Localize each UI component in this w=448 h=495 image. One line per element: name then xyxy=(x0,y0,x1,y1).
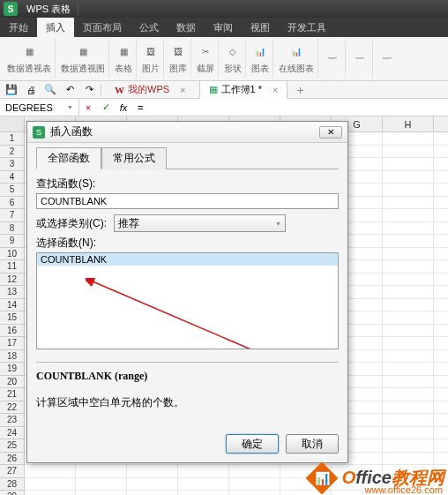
cell[interactable] xyxy=(178,491,229,495)
row-header[interactable]: 4 xyxy=(0,171,24,184)
cell[interactable] xyxy=(25,465,76,477)
preview-icon[interactable]: 🔍 xyxy=(42,83,58,97)
cell[interactable] xyxy=(383,376,434,388)
row-header[interactable]: 29 xyxy=(0,491,24,495)
name-box[interactable]: DEGREES ▼ xyxy=(0,99,79,116)
cancel-button[interactable]: 取消 xyxy=(286,434,339,454)
tab-workbook[interactable]: ▦ 工作簿1 * × xyxy=(199,80,288,99)
cell[interactable] xyxy=(383,311,434,324)
row-header[interactable]: 13 xyxy=(0,286,24,299)
cell[interactable] xyxy=(383,274,434,286)
close-icon[interactable]: × xyxy=(180,85,185,95)
cell[interactable] xyxy=(383,299,434,311)
row-header[interactable]: 15 xyxy=(0,311,24,325)
tab-common-formulas[interactable]: 常用公式 xyxy=(101,147,167,169)
cell[interactable] xyxy=(383,414,434,426)
undo-icon[interactable]: ↶ xyxy=(62,83,78,97)
cell[interactable] xyxy=(229,465,280,477)
cell[interactable] xyxy=(383,184,434,196)
cell[interactable] xyxy=(229,478,280,491)
cancel-formula-button[interactable]: × xyxy=(79,102,97,113)
row-header[interactable]: 26 xyxy=(0,453,24,466)
row-header[interactable]: 25 xyxy=(0,439,24,453)
cell[interactable] xyxy=(127,491,178,495)
cell[interactable] xyxy=(383,235,434,247)
cell[interactable] xyxy=(383,453,434,465)
cell[interactable] xyxy=(229,491,280,495)
redo-icon[interactable]: ↷ xyxy=(81,83,97,97)
ribbon-数据透视表[interactable]: ▦数据透视表 xyxy=(4,39,56,79)
row-header[interactable]: 24 xyxy=(0,427,24,440)
row-header[interactable]: 20 xyxy=(0,376,24,389)
row-header[interactable]: 23 xyxy=(0,414,24,427)
ribbon-图库[interactable]: 🖼图库 xyxy=(166,39,191,79)
cell[interactable] xyxy=(383,209,434,221)
ribbon-item-10[interactable]: 〰 xyxy=(347,39,373,79)
cell[interactable] xyxy=(178,465,229,477)
menu-公式[interactable]: 公式 xyxy=(131,18,168,38)
cell[interactable] xyxy=(383,171,434,184)
menu-开始[interactable]: 开始 xyxy=(0,18,37,38)
row-header[interactable]: 14 xyxy=(0,299,24,312)
cell[interactable] xyxy=(383,388,434,401)
dialog-titlebar[interactable]: S 插入函数 ✕ xyxy=(27,122,347,143)
menu-插入[interactable]: 插入 xyxy=(37,18,74,38)
row-header[interactable]: 10 xyxy=(0,248,24,261)
row-header[interactable]: 2 xyxy=(0,146,24,159)
cell[interactable] xyxy=(25,478,76,491)
ribbon-截屏[interactable]: ✂截屏 xyxy=(193,39,219,79)
ribbon-表格[interactable]: ▦表格 xyxy=(111,39,137,79)
chevron-down-icon[interactable]: ▼ xyxy=(67,104,73,110)
close-icon[interactable]: × xyxy=(273,85,278,95)
menu-审阅[interactable]: 审阅 xyxy=(205,18,242,38)
dialog-close-button[interactable]: ✕ xyxy=(319,126,342,139)
cell[interactable] xyxy=(127,465,178,477)
row-header[interactable]: 8 xyxy=(0,222,24,236)
ribbon-数据透视图[interactable]: ▦数据透视图 xyxy=(57,39,109,79)
category-select[interactable]: 推荐 ▼ xyxy=(114,214,286,232)
cell[interactable] xyxy=(178,478,229,491)
cell[interactable] xyxy=(383,401,434,414)
ribbon-图表[interactable]: 📊图表 xyxy=(248,39,273,79)
ribbon-形状[interactable]: ◇形状 xyxy=(220,39,246,79)
cell[interactable] xyxy=(25,491,76,495)
chevron-down-icon[interactable]: ▼ xyxy=(275,221,281,227)
ok-button[interactable]: 确定 xyxy=(226,434,279,454)
menu-数据[interactable]: 数据 xyxy=(168,18,205,38)
row-header[interactable]: 7 xyxy=(0,209,24,222)
ribbon-在线图表[interactable]: 📊在线图表 xyxy=(275,39,318,79)
cell[interactable] xyxy=(383,158,434,170)
cell[interactable] xyxy=(383,325,434,337)
row-header[interactable]: 28 xyxy=(0,478,24,491)
row-header[interactable]: 6 xyxy=(0,197,24,210)
tab-all-functions[interactable]: 全部函数 xyxy=(36,147,101,169)
cell[interactable] xyxy=(383,363,434,375)
cell[interactable] xyxy=(383,146,434,158)
select-all-corner[interactable] xyxy=(0,116,25,131)
search-function-input[interactable] xyxy=(36,193,339,209)
row-header[interactable]: 3 xyxy=(0,158,24,171)
tab-my-wps[interactable]: W 我的WPS × xyxy=(105,80,196,99)
confirm-formula-button[interactable]: ✓ xyxy=(97,101,115,113)
row-header[interactable]: 19 xyxy=(0,363,24,376)
row-header[interactable]: 11 xyxy=(0,260,24,274)
formula-input[interactable]: = xyxy=(132,102,448,113)
cell[interactable] xyxy=(383,132,434,145)
row-header[interactable]: 9 xyxy=(0,235,24,248)
list-item[interactable]: COUNTBLANK xyxy=(37,253,338,266)
cell[interactable] xyxy=(383,350,434,363)
cell[interactable] xyxy=(76,478,127,491)
row-header[interactable]: 12 xyxy=(0,274,24,287)
cell[interactable] xyxy=(383,222,434,235)
print-icon[interactable]: 🖨 xyxy=(23,83,39,97)
menu-开发工具[interactable]: 开发工具 xyxy=(279,18,335,38)
cell[interactable] xyxy=(383,260,434,273)
cell[interactable] xyxy=(383,427,434,439)
menu-视图[interactable]: 视图 xyxy=(242,18,279,38)
cell[interactable] xyxy=(76,491,127,495)
row-header[interactable]: 21 xyxy=(0,388,24,401)
ribbon-item-9[interactable]: 〰 xyxy=(320,39,346,79)
save-icon[interactable]: 💾 xyxy=(4,83,19,97)
row-header[interactable]: 16 xyxy=(0,325,24,338)
cell[interactable] xyxy=(383,248,434,260)
